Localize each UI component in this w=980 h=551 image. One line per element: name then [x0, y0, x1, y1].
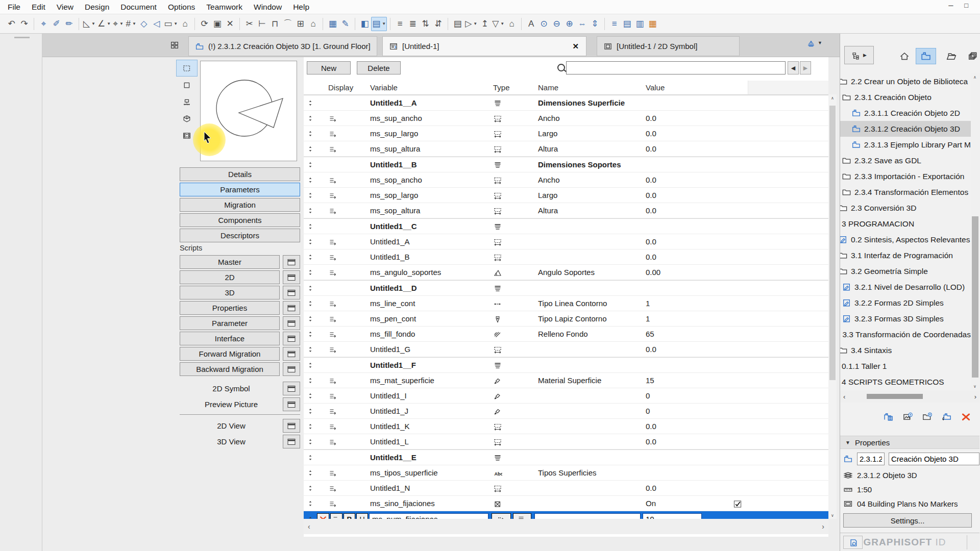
scroll-right-icon[interactable]: › — [974, 393, 976, 400]
row-reorder-handle[interactable] — [304, 469, 317, 477]
window-controls[interactable]: ─ □ — [948, 2, 973, 9]
parameter-value[interactable]: 1 — [642, 314, 732, 323]
inject-parameters-button[interactable]: ✏ — [63, 17, 76, 31]
table-row[interactable]: ms_pen_contTipo Lapiz Contorno1 — [304, 311, 828, 327]
parameter-value[interactable]: 0.0 — [642, 253, 732, 261]
display-toggle[interactable] — [317, 437, 368, 446]
navigator-openfolder-button[interactable] — [941, 48, 962, 64]
table-row[interactable]: Untitled1__C — [304, 218, 828, 234]
row-reorder-handle[interactable] — [304, 454, 317, 461]
row-reorder-handle[interactable] — [304, 300, 317, 307]
undo-button[interactable]: ↶ — [5, 17, 18, 31]
split-button[interactable]: ✂ — [243, 17, 256, 31]
display-toggle[interactable] — [317, 206, 368, 215]
parameter-type[interactable] — [491, 375, 535, 385]
imageplus-button[interactable] — [902, 411, 913, 421]
tree-view-dropdown[interactable]: ▶ — [844, 46, 874, 64]
parameter-type[interactable] — [491, 391, 535, 400]
display-toggle[interactable] — [317, 252, 368, 261]
row-reorder-handle[interactable] — [304, 392, 317, 399]
row-reorder-handle[interactable] — [304, 408, 317, 415]
open-window-button[interactable] — [283, 332, 300, 345]
open-window-button[interactable] — [283, 301, 300, 315]
parameter-value[interactable]: 0.0 — [642, 206, 732, 215]
row-reorder-handle[interactable] — [304, 331, 317, 338]
search-input[interactable] — [567, 62, 785, 74]
table-row[interactable]: ms_sop_alturaAltura0.0 — [304, 203, 828, 218]
new-document-button[interactable]: ▤ — [451, 17, 464, 31]
display-toggle[interactable] — [317, 344, 368, 354]
col-variable[interactable]: Variable — [368, 83, 491, 92]
scroll-left-icon[interactable]: ‹ — [843, 393, 845, 400]
zoom-fit-button[interactable]: ⊙ — [537, 17, 550, 31]
open-window-button[interactable] — [283, 362, 300, 376]
tree-item[interactable]: 0.1.1 Taller 1 — [840, 358, 971, 374]
tree-vscrollbar[interactable]: ∧ ∨ — [971, 73, 979, 390]
display-toggle[interactable] — [317, 406, 368, 415]
table-row[interactable]: ms_fill_fondoRelleno Fondo65 — [304, 327, 828, 342]
table-row[interactable]: Untitled1_B0.0 — [304, 249, 828, 265]
adjust-button[interactable]: ⊓ — [268, 17, 281, 31]
open-window-button[interactable] — [283, 419, 300, 433]
rotate-button[interactable]: ⟳ — [198, 17, 211, 31]
panel-button-parameters[interactable]: Parameters — [180, 183, 300, 196]
row-reorder-handle[interactable] — [304, 269, 317, 276]
open-window-button[interactable] — [283, 270, 300, 284]
display-toggle[interactable] — [317, 298, 368, 308]
profile-button[interactable]: ⌂ — [179, 17, 191, 31]
row-reorder-handle[interactable] — [304, 177, 317, 184]
frame-button[interactable]: ▭▼ — [163, 17, 179, 31]
preview-mode-marquee[interactable] — [176, 60, 198, 77]
table-vscroll-thumb[interactable] — [829, 106, 836, 380]
editing-plane-alt-button[interactable]: ◁ — [150, 17, 163, 31]
table-vscrollbar[interactable]: ∧ ∨ — [828, 94, 837, 519]
parameter-value[interactable]: 0.0 — [642, 237, 732, 246]
parameter-value[interactable]: 0.0 — [642, 345, 732, 354]
settings-button[interactable]: Settings... — [843, 513, 972, 528]
tree-item[interactable]: 3 PROGRAMACION — [840, 216, 971, 232]
script-button-forward-migration[interactable]: Forward Migration — [180, 347, 280, 361]
tree-item[interactable]: 2.3.4 Transformación Elementos — [840, 184, 971, 200]
menu-edit[interactable]: Edit — [26, 1, 51, 14]
tree-item[interactable]: 3.2.3 Formas 3D Simples — [840, 311, 971, 327]
script-button-interface[interactable]: Interface — [180, 332, 280, 345]
display-toggle[interactable] — [317, 483, 368, 492]
tab-1[interactable]: [Untitled-1]✕ — [382, 36, 586, 56]
menu-file[interactable]: File — [2, 1, 26, 14]
display-toggle[interactable] — [317, 498, 368, 508]
parameter-type[interactable] — [491, 206, 535, 215]
display-toggle[interactable] — [317, 391, 368, 400]
script-button-backward-migration[interactable]: Backward Migration — [180, 362, 280, 376]
editing-plane-button[interactable]: ◇ — [137, 17, 150, 31]
table-row[interactable]: Untitled1_A0.0 — [304, 234, 828, 249]
table-row[interactable]: Untitled1__E — [304, 449, 828, 465]
parameter-type[interactable] — [491, 406, 535, 415]
open-button[interactable]: ▷▼ — [464, 17, 478, 31]
snap-guides-button[interactable]: ∠▼ — [96, 17, 112, 31]
col-value[interactable]: Value — [642, 83, 732, 92]
menu-document[interactable]: Document — [115, 1, 162, 14]
find-select-button[interactable]: ⌖ — [37, 17, 50, 31]
parameter-type[interactable] — [491, 98, 535, 107]
display-toggle[interactable] — [317, 468, 368, 477]
fillet-button[interactable]: ⌒ — [281, 17, 294, 31]
col-name[interactable]: Name — [535, 83, 642, 92]
open-window-button[interactable] — [283, 316, 300, 330]
new-parameter-button[interactable]: New — [307, 61, 351, 74]
menu-view[interactable]: View — [51, 1, 79, 14]
parameter-type[interactable] — [491, 221, 535, 231]
find-text-button[interactable]: A — [525, 17, 537, 31]
tree-item[interactable]: 2.3.1 Creación Objeto — [840, 89, 971, 105]
fit-height-button[interactable]: ⇕ — [589, 17, 601, 31]
parameter-value[interactable]: 0.0 — [642, 129, 732, 138]
dock-scroll-thumb[interactable] — [14, 37, 30, 38]
panel-button-migration[interactable]: Migration — [180, 198, 300, 212]
navigator-preview-button[interactable]: ◧ — [358, 17, 371, 31]
parameter-type[interactable] — [491, 298, 535, 308]
table-row[interactable]: Untitled1_N0.0 — [304, 481, 828, 496]
intersect-button[interactable]: ⊞ — [294, 17, 307, 31]
story-levels-button[interactable]: ≣ — [406, 17, 419, 31]
scroll-down-icon[interactable]: ∨ — [971, 383, 979, 390]
row-reorder-handle[interactable] — [304, 161, 317, 168]
row-reorder-handle[interactable] — [304, 285, 317, 292]
